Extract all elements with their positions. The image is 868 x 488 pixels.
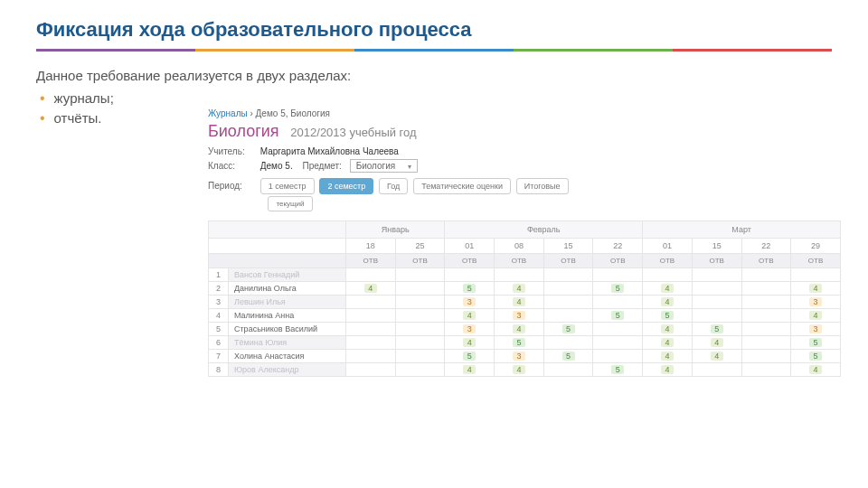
grade-cell[interactable] xyxy=(445,268,495,282)
grade-cell[interactable]: 5 xyxy=(543,323,593,336)
grade-cell[interactable] xyxy=(741,336,791,350)
grade-cell[interactable] xyxy=(692,363,741,377)
grade-cell[interactable]: 4 xyxy=(692,336,741,350)
tab-year[interactable]: Год xyxy=(379,178,408,194)
grade-cell[interactable] xyxy=(741,323,791,336)
grade-cell[interactable] xyxy=(346,336,396,350)
grade-cell[interactable] xyxy=(593,323,643,336)
grade-cell[interactable] xyxy=(543,363,593,377)
grade-cell[interactable] xyxy=(346,296,396,309)
type-header: ОТВ xyxy=(346,254,396,268)
grade-cell[interactable] xyxy=(346,350,396,363)
grade-cell[interactable]: 3 xyxy=(445,323,495,336)
grade-cell[interactable] xyxy=(692,296,741,309)
grade-cell[interactable] xyxy=(741,309,791,323)
table-row: 5Страсьников Василий345453 xyxy=(209,323,841,336)
school-year: 2012/2013 учебный год xyxy=(290,126,416,139)
grade-cell[interactable]: 4 xyxy=(495,282,544,296)
grade-cell[interactable]: 3 xyxy=(495,309,544,323)
grade-cell[interactable]: 4 xyxy=(495,296,544,309)
grade-cell[interactable] xyxy=(395,268,445,282)
grade-cell[interactable]: 4 xyxy=(495,363,544,377)
table-row: 1Вансов Геннадий xyxy=(209,268,841,282)
grade-cell[interactable]: 4 xyxy=(445,309,495,323)
grade-cell[interactable] xyxy=(692,282,741,296)
grade-cell[interactable] xyxy=(543,268,593,282)
teacher-name: Маргарита Михайловна Чалеева xyxy=(260,146,399,156)
grade-cell[interactable]: 5 xyxy=(692,323,741,336)
grade-cell[interactable] xyxy=(395,309,445,323)
grade-cell[interactable] xyxy=(543,309,593,323)
tab-thematic[interactable]: Тематические оценки xyxy=(413,178,511,194)
grade-cell[interactable]: 3 xyxy=(495,350,544,363)
grade-cell[interactable]: 4 xyxy=(692,350,741,363)
student-name: Данилина Ольга xyxy=(229,282,346,296)
grade-cell[interactable]: 4 xyxy=(445,363,495,377)
grade-cell[interactable]: 3 xyxy=(791,323,841,336)
grade-cell[interactable]: 5 xyxy=(543,350,593,363)
grade-cell[interactable] xyxy=(395,336,445,350)
type-header: ОТВ xyxy=(791,254,841,268)
grade-cell[interactable] xyxy=(741,296,791,309)
table-row: 3Левшин Илья3443 xyxy=(209,296,841,309)
grade-cell[interactable]: 4 xyxy=(445,336,495,350)
grade-cell[interactable] xyxy=(643,268,693,282)
grade-cell[interactable]: 4 xyxy=(643,282,693,296)
grade-cell[interactable] xyxy=(395,296,445,309)
grade-cell[interactable] xyxy=(495,268,544,282)
grade-cell[interactable] xyxy=(346,309,396,323)
grade-cell[interactable]: 4 xyxy=(643,363,693,377)
grade-cell[interactable] xyxy=(741,363,791,377)
grade-cell[interactable]: 5 xyxy=(445,350,495,363)
grade-cell[interactable] xyxy=(543,336,593,350)
grade-cell[interactable] xyxy=(593,336,643,350)
grade-cell[interactable] xyxy=(692,268,741,282)
type-header: ОТВ xyxy=(692,254,741,268)
grade-cell[interactable]: 5 xyxy=(593,282,643,296)
grade-cell[interactable]: 4 xyxy=(791,309,841,323)
grade-cell[interactable] xyxy=(741,350,791,363)
grade-cell[interactable] xyxy=(346,323,396,336)
grade-cell[interactable]: 3 xyxy=(445,296,495,309)
grade-cell[interactable] xyxy=(395,350,445,363)
grade-cell[interactable]: 5 xyxy=(593,309,643,323)
grade-cell[interactable] xyxy=(543,296,593,309)
tab-sem2[interactable]: 2 семестр xyxy=(319,178,373,194)
grade-cell[interactable]: 4 xyxy=(643,296,693,309)
grade-cell[interactable]: 4 xyxy=(643,323,693,336)
grade-cell[interactable]: 3 xyxy=(791,296,841,309)
grade-cell[interactable] xyxy=(346,363,396,377)
tab-current[interactable]: текущий xyxy=(268,196,313,211)
grade-cell[interactable] xyxy=(692,309,741,323)
grade-cell[interactable] xyxy=(543,282,593,296)
grade-cell[interactable] xyxy=(395,323,445,336)
grade-cell[interactable] xyxy=(395,282,445,296)
grade-cell[interactable] xyxy=(741,282,791,296)
grade-cell[interactable]: 5 xyxy=(791,350,841,363)
grade-cell[interactable] xyxy=(593,350,643,363)
grade-cell[interactable]: 4 xyxy=(346,282,396,296)
subject-select[interactable]: Биология xyxy=(350,159,419,173)
grade-cell[interactable]: 5 xyxy=(445,282,495,296)
grade-cell[interactable] xyxy=(593,268,643,282)
grade-cell[interactable]: 5 xyxy=(593,363,643,377)
intro-text: Данное требование реализуется в двух раз… xyxy=(36,68,832,83)
tab-sem1[interactable]: 1 семестр xyxy=(260,178,315,194)
grade-cell[interactable]: 4 xyxy=(643,336,693,350)
grade-cell[interactable]: 4 xyxy=(791,282,841,296)
grade-cell[interactable]: 5 xyxy=(643,309,693,323)
grade-cell[interactable]: 4 xyxy=(495,323,544,336)
tab-final[interactable]: Итоговые xyxy=(516,178,569,194)
grade-cell[interactable] xyxy=(395,363,445,377)
grade-cell[interactable] xyxy=(593,296,643,309)
grade-cell[interactable]: 5 xyxy=(791,336,841,350)
grade-cell[interactable]: 4 xyxy=(791,363,841,377)
breadcrumb-link[interactable]: Журналы xyxy=(208,108,248,118)
table-row: 4Малинина Анна43554 xyxy=(209,309,841,323)
grade-cell[interactable] xyxy=(346,268,396,282)
type-header: ОТВ xyxy=(543,254,593,268)
grade-cell[interactable]: 5 xyxy=(495,336,544,350)
grade-cell[interactable] xyxy=(791,268,841,282)
grade-cell[interactable] xyxy=(741,268,791,282)
grade-cell[interactable]: 4 xyxy=(643,350,693,363)
